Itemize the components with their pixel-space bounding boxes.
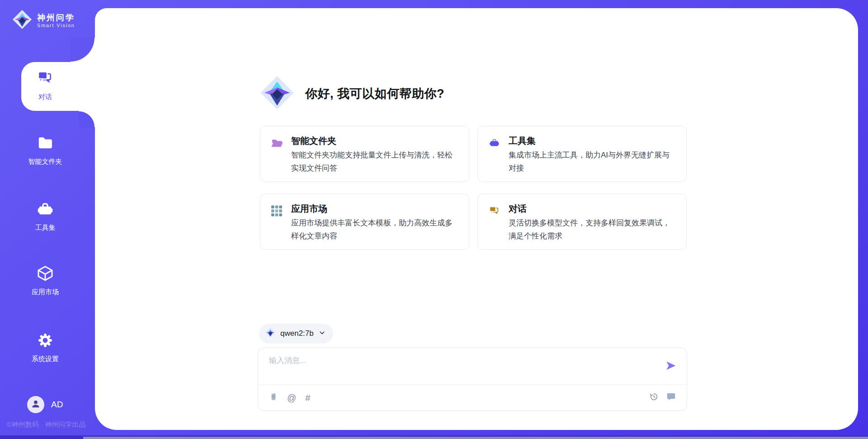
window-bottom-edge-light xyxy=(83,437,868,439)
card-toolkit[interactable]: 工具集 集成市场上主流工具，助力AI与外界无缝扩展与对接 xyxy=(477,126,687,182)
chat-bubbles-icon xyxy=(488,205,500,219)
tab-fillet-top xyxy=(71,38,95,62)
person-icon xyxy=(31,399,41,410)
card-app-market[interactable]: 应用市场 应用市场提供丰富长文本模板，助力高效生成多样化文章内容 xyxy=(260,194,469,250)
brand-subtitle: Smart Vision xyxy=(37,23,75,28)
history-button[interactable] xyxy=(649,392,659,404)
brand-title: 神州问学 xyxy=(37,13,75,23)
folder-icon xyxy=(36,146,54,153)
sidebar-item-label: 对话 xyxy=(0,93,90,101)
sidebar-item-toolkit[interactable]: 工具集 xyxy=(0,200,90,232)
message-composer: @ # xyxy=(258,348,687,411)
card-title: 对话 xyxy=(509,202,676,215)
history-icon xyxy=(649,392,659,404)
sidebar-user[interactable]: AD xyxy=(27,396,63,413)
send-button[interactable] xyxy=(665,360,677,372)
card-title: 工具集 xyxy=(509,134,676,148)
sidebar-item-smart-folder[interactable]: 智能文件夹 xyxy=(0,134,90,166)
greeting-logo-icon xyxy=(259,75,295,113)
sidebar-item-label: 应用市场 xyxy=(0,288,90,296)
card-chat[interactable]: 对话 灵活切换多模型文件，支持多样回复效果调试，满足个性化需求 xyxy=(477,194,687,250)
sidebar-item-app-market[interactable]: 应用市场 xyxy=(0,264,90,296)
card-description: 应用市场提供丰富长文本模板，助力高效生成多样化文章内容 xyxy=(291,216,459,243)
sidebar-item-settings[interactable]: 系统设置 xyxy=(0,331,90,363)
folder-open-icon xyxy=(271,137,283,150)
model-logo-icon xyxy=(265,327,276,340)
greeting: 你好, 我可以如何帮助你? xyxy=(259,75,444,113)
card-smart-folder[interactable]: 智能文件夹 智能文件夹功能支持批量文件上传与清洗，轻松实现文件问答 xyxy=(260,126,469,182)
hashtag-button[interactable]: # xyxy=(305,393,310,403)
mention-button[interactable]: @ xyxy=(287,393,296,403)
comment-button[interactable] xyxy=(666,392,676,404)
model-selector[interactable]: qwen2:7b xyxy=(259,324,333,344)
user-initials: AD xyxy=(51,400,63,410)
composer-toolbar: @ # xyxy=(269,385,676,411)
card-description: 灵活切换多模型文件，支持多样回复效果调试，满足个性化需求 xyxy=(509,216,676,243)
grid-icon xyxy=(271,205,283,219)
message-input[interactable] xyxy=(268,354,650,382)
copyright-text: ©神州数码 · 神州问学出品 xyxy=(7,420,85,429)
briefcase-icon xyxy=(488,137,500,150)
model-name: qwen2:7b xyxy=(280,329,314,338)
at-sign-icon: @ xyxy=(287,393,296,403)
feature-cards: 智能文件夹 智能文件夹功能支持批量文件上传与清洗，轻松实现文件问答 工具集 集成… xyxy=(260,126,687,250)
card-description: 集成市场上主流工具，助力AI与外界无缝扩展与对接 xyxy=(509,148,676,175)
attach-file-button[interactable] xyxy=(269,392,278,404)
sidebar-item-label: 智能文件夹 xyxy=(0,157,90,166)
card-title: 智能文件夹 xyxy=(291,134,459,148)
tab-fillet-bottom xyxy=(79,111,95,127)
cube-icon xyxy=(36,276,54,284)
brand: 神州问学 Smart Vision xyxy=(12,9,75,32)
app-window: 神州问学 Smart Vision 对话 智能文件夹 xyxy=(0,0,868,439)
comment-icon xyxy=(666,392,676,404)
paperclip-icon xyxy=(269,392,278,404)
sidebar-item-label: 系统设置 xyxy=(0,355,90,363)
app-logo-icon xyxy=(12,9,33,32)
avatar xyxy=(27,396,44,413)
greeting-title: 你好, 我可以如何帮助你? xyxy=(305,86,444,102)
sidebar-item-chat[interactable]: 对话 xyxy=(0,69,90,101)
chat-bubbles-icon xyxy=(36,81,54,89)
card-title: 应用市场 xyxy=(291,202,459,215)
sidebar-item-label: 工具集 xyxy=(0,224,90,232)
send-icon xyxy=(665,366,677,373)
gear-icon xyxy=(36,343,54,351)
hash-icon: # xyxy=(305,393,310,403)
briefcase-icon xyxy=(36,212,54,220)
chevron-down-icon xyxy=(318,329,326,339)
card-description: 智能文件夹功能支持批量文件上传与清洗，轻松实现文件问答 xyxy=(291,148,459,175)
